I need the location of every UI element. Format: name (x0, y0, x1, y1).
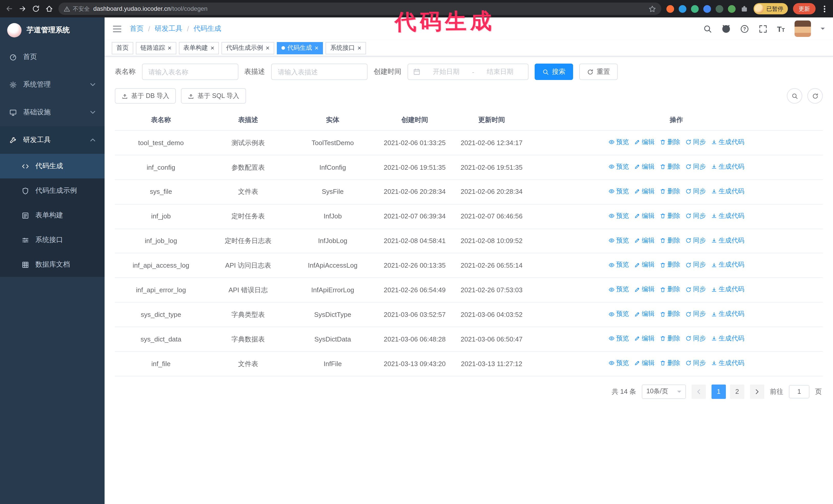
back-icon[interactable] (5, 5, 13, 13)
sidebar-toggle-icon[interactable] (113, 25, 121, 32)
breadcrumb-home[interactable]: 首页 (130, 24, 144, 33)
edit-link[interactable]: 编辑 (634, 358, 654, 368)
page-button-1[interactable]: 1 (712, 385, 726, 399)
sync-link[interactable]: 同步 (685, 211, 706, 221)
reset-button[interactable]: 重置 (579, 64, 618, 80)
page-size-select[interactable]: 10条/页 (642, 385, 686, 399)
import-db-button[interactable]: 基于 DB 导入 (115, 88, 176, 103)
table-desc-input[interactable] (271, 64, 367, 80)
tab-4[interactable]: 代码生成× (277, 42, 323, 54)
generate-code-link[interactable]: 生成代码 (711, 187, 744, 196)
delete-link[interactable]: 删除 (660, 260, 680, 270)
search-button[interactable]: 搜索 (535, 64, 573, 80)
preview-link[interactable]: 预览 (609, 236, 629, 245)
sidebar-item-infra[interactable]: 基础设施 (0, 98, 104, 126)
sync-link[interactable]: 同步 (685, 236, 706, 245)
sync-link[interactable]: 同步 (685, 309, 706, 319)
edit-link[interactable]: 编辑 (634, 309, 654, 319)
home-icon[interactable] (45, 5, 53, 13)
user-menu-caret-icon[interactable] (821, 28, 825, 32)
extension-icon[interactable] (716, 5, 723, 13)
extension-icon[interactable] (679, 5, 686, 13)
profile-paused-badge[interactable]: 已暂停 (754, 3, 788, 14)
search-icon[interactable] (703, 24, 712, 33)
generate-code-link[interactable]: 生成代码 (711, 334, 744, 343)
sync-link[interactable]: 同步 (685, 358, 706, 368)
preview-link[interactable]: 预览 (609, 187, 629, 196)
edit-link[interactable]: 编辑 (634, 285, 654, 294)
tab-close-icon[interactable]: × (168, 45, 171, 51)
sync-link[interactable]: 同步 (685, 137, 706, 147)
next-page-button[interactable] (750, 385, 764, 399)
sidebar-item-form-builder[interactable]: 表单构建 (0, 203, 104, 227)
address-bar[interactable]: 不安全 dashboard.yudao.iocoder.cn/tool/code… (58, 3, 661, 15)
reload-icon[interactable] (32, 5, 40, 13)
delete-link[interactable]: 删除 (660, 236, 680, 245)
preview-link[interactable]: 预览 (609, 358, 629, 368)
sync-link[interactable]: 同步 (685, 162, 706, 172)
edit-link[interactable]: 编辑 (634, 211, 654, 221)
fullscreen-icon[interactable] (758, 24, 767, 33)
sync-link[interactable]: 同步 (685, 187, 706, 196)
goto-page-input[interactable] (789, 385, 809, 399)
github-icon[interactable] (721, 24, 730, 33)
sidebar-item-devtools[interactable]: 研发工具 (0, 126, 104, 154)
delete-link[interactable]: 删除 (660, 162, 680, 172)
preview-link[interactable]: 预览 (609, 137, 629, 147)
sidebar-item-db-docs[interactable]: 数据库文档 (0, 252, 104, 277)
edit-link[interactable]: 编辑 (634, 236, 654, 245)
delete-link[interactable]: 删除 (660, 211, 680, 221)
sync-link[interactable]: 同步 (685, 285, 706, 294)
generate-code-link[interactable]: 生成代码 (711, 211, 744, 221)
browser-update-button[interactable]: 更新 (793, 3, 815, 14)
import-sql-button[interactable]: 基于 SQL 导入 (181, 88, 246, 103)
page-button-2[interactable]: 2 (730, 385, 744, 399)
edit-link[interactable]: 编辑 (634, 162, 654, 172)
generate-code-link[interactable]: 生成代码 (711, 285, 744, 294)
extension-icon[interactable] (728, 5, 736, 13)
edit-link[interactable]: 编辑 (634, 334, 654, 343)
security-warning[interactable]: 不安全 (64, 5, 90, 13)
user-avatar[interactable] (794, 21, 811, 37)
edit-link[interactable]: 编辑 (634, 187, 654, 196)
generate-code-link[interactable]: 生成代码 (711, 236, 744, 245)
app-logo[interactable]: 芋道管理系统 (0, 18, 104, 43)
generate-code-link[interactable]: 生成代码 (711, 358, 744, 368)
sidebar-item-codegen[interactable]: 代码生成 (0, 154, 104, 178)
delete-link[interactable]: 删除 (660, 334, 680, 343)
help-icon[interactable]: ? (740, 24, 749, 33)
tab-5[interactable]: 系统接口× (326, 42, 366, 54)
tab-close-icon[interactable]: × (265, 45, 269, 51)
sidebar-item-home[interactable]: 首页 (0, 43, 104, 71)
sync-link[interactable]: 同步 (685, 260, 706, 270)
preview-link[interactable]: 预览 (609, 162, 629, 172)
tab-close-icon[interactable]: × (315, 45, 318, 51)
generate-code-link[interactable]: 生成代码 (711, 137, 744, 147)
forward-icon[interactable] (19, 5, 27, 13)
tab-2[interactable]: 表单构建× (178, 42, 219, 54)
preview-link[interactable]: 预览 (609, 309, 629, 319)
bookmark-star-icon[interactable] (648, 5, 656, 13)
generate-code-link[interactable]: 生成代码 (711, 162, 744, 172)
delete-link[interactable]: 删除 (660, 137, 680, 147)
toggle-search-button[interactable] (787, 88, 802, 103)
font-size-icon[interactable]: TT (777, 25, 785, 32)
tab-3[interactable]: 代码生成示例× (221, 42, 274, 54)
generate-code-link[interactable]: 生成代码 (711, 309, 744, 319)
delete-link[interactable]: 删除 (660, 187, 680, 196)
refresh-table-button[interactable] (807, 88, 823, 103)
preview-link[interactable]: 预览 (609, 334, 629, 343)
browser-menu-icon[interactable] (821, 5, 828, 13)
delete-link[interactable]: 删除 (660, 358, 680, 368)
extension-icon[interactable] (666, 5, 674, 13)
sidebar-item-system[interactable]: 系统管理 (0, 71, 104, 98)
date-range-picker[interactable]: 开始日期 - 结束日期 (407, 64, 528, 80)
extensions-puzzle-icon[interactable] (740, 5, 748, 13)
tab-close-icon[interactable]: × (358, 45, 361, 51)
delete-link[interactable]: 删除 (660, 285, 680, 294)
breadcrumb-devtools[interactable]: 研发工具 (155, 24, 183, 33)
generate-code-link[interactable]: 生成代码 (711, 260, 744, 270)
sidebar-item-system-api[interactable]: 系统接口 (0, 227, 104, 252)
sync-link[interactable]: 同步 (685, 334, 706, 343)
tab-close-icon[interactable]: × (210, 45, 214, 51)
